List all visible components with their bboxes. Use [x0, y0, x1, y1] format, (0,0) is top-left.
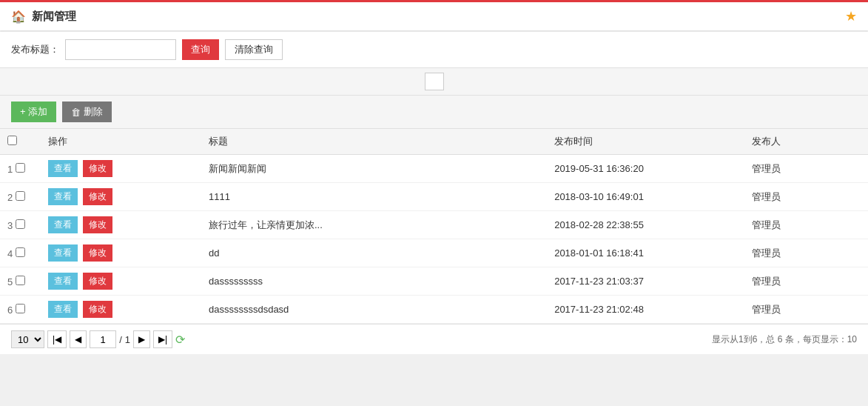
row-checkbox-cell: 5 — [0, 267, 41, 296]
select-all-checkbox[interactable] — [7, 136, 17, 145]
next-page-button[interactable]: ▶ — [133, 330, 150, 348]
delete-button[interactable]: 🗑 删除 — [62, 102, 112, 122]
row-title: dasssssssss — [201, 267, 547, 296]
total-pages: 1 — [125, 334, 130, 345]
table-row: 5 查看 修改 dasssssssss 2017-11-23 21:03:37 … — [0, 267, 868, 296]
row-title: 1111 — [201, 183, 547, 211]
row-checkbox[interactable] — [16, 247, 25, 257]
clear-button[interactable]: 清除查询 — [225, 39, 283, 60]
view-button[interactable]: 查看 — [48, 188, 78, 205]
row-time: 2017-11-23 21:03:37 — [547, 267, 744, 296]
pagination-bar: 10 20 50 |◀ ◀ / 1 ▶ ▶| ⟳ 显示从1到6，总 6 条，每页… — [0, 324, 868, 354]
trash-icon: 🗑 — [71, 107, 81, 118]
search-label: 发布标题： — [11, 43, 59, 56]
row-actions-cell: 查看 修改 — [41, 211, 201, 239]
prev-page-button[interactable]: ◀ — [70, 330, 87, 348]
row-number: 3 — [7, 220, 13, 231]
row-number: 1 — [7, 164, 13, 175]
table-row: 6 查看 修改 dassssssssdsdasd 2017-11-23 21:0… — [0, 296, 868, 324]
page-size-select[interactable]: 10 20 50 — [11, 330, 44, 348]
table-body: 1 查看 修改 新闻新闻新闻 2019-05-31 16:36:20 管理员 2… — [0, 155, 868, 324]
row-checkbox[interactable] — [16, 163, 25, 173]
page-title: 新闻管理 — [32, 10, 76, 24]
table-header-row: 操作 标题 发布时间 发布人 — [0, 129, 868, 155]
edit-button[interactable]: 修改 — [83, 273, 112, 290]
search-bar: 发布标题： 查询 清除查询 — [0, 32, 868, 68]
row-checkbox-cell: 6 — [0, 296, 41, 324]
table-row: 2 查看 修改 1111 2018-03-10 16:49:01 管理员 — [0, 183, 868, 211]
first-page-button[interactable]: |◀ — [47, 330, 67, 348]
edit-button[interactable]: 修改 — [83, 160, 112, 177]
row-actions-cell: 查看 修改 — [41, 155, 201, 183]
view-button[interactable]: 查看 — [48, 160, 78, 177]
view-button[interactable]: 查看 — [48, 216, 78, 233]
row-checkbox-cell: 2 — [0, 183, 41, 211]
edit-button[interactable]: 修改 — [83, 188, 112, 205]
last-page-button[interactable]: ▶| — [153, 330, 172, 348]
row-author: 管理员 — [744, 267, 868, 296]
delete-label: 删除 — [84, 105, 103, 119]
row-title: dassssssssdsdasd — [201, 296, 547, 324]
row-author: 管理员 — [744, 239, 868, 267]
filter-dropdown[interactable] — [425, 73, 444, 90]
header-time: 发布时间 — [547, 129, 744, 155]
header-title: 标题 — [201, 129, 547, 155]
row-actions-cell: 查看 修改 — [41, 267, 201, 296]
current-page-input[interactable] — [90, 330, 116, 348]
row-time: 2019-05-31 16:36:20 — [547, 155, 744, 183]
row-actions-cell: 查看 修改 — [41, 239, 201, 267]
search-input[interactable] — [65, 39, 176, 60]
top-bar: 🏠 新闻管理 ★ — [0, 0, 868, 30]
row-time: 2018-01-01 16:18:41 — [547, 239, 744, 267]
table-row: 3 查看 修改 旅行过年，让亲情更加浓... 2018-02-28 22:38:… — [0, 211, 868, 239]
page-info: 显示从1到6，总 6 条，每页显示：10 — [712, 333, 857, 346]
row-number: 6 — [7, 304, 13, 316]
row-checkbox-cell: 1 — [0, 155, 41, 183]
row-title: 旅行过年，让亲情更加浓... — [201, 211, 547, 239]
filter-row — [0, 68, 868, 96]
header-checkbox-col — [0, 129, 41, 155]
edit-button[interactable]: 修改 — [83, 244, 112, 262]
row-title: dd — [201, 239, 547, 267]
row-checkbox[interactable] — [16, 191, 25, 201]
row-number: 2 — [7, 192, 13, 203]
table-container: 操作 标题 发布时间 发布人 1 查看 修改 新闻新闻新闻 2019-05-31… — [0, 129, 868, 324]
row-checkbox-cell: 3 — [0, 211, 41, 239]
row-time: 2018-02-28 22:38:55 — [547, 211, 744, 239]
table-row: 4 查看 修改 dd 2018-01-01 16:18:41 管理员 — [0, 239, 868, 267]
row-author: 管理员 — [744, 296, 868, 324]
row-actions-cell: 查看 修改 — [41, 296, 201, 324]
row-author: 管理员 — [744, 183, 868, 211]
row-time: 2017-11-23 21:02:48 — [547, 296, 744, 324]
toolbar: + 添加 🗑 删除 — [0, 96, 868, 129]
view-button[interactable]: 查看 — [48, 244, 78, 262]
view-button[interactable]: 查看 — [48, 301, 78, 318]
refresh-icon[interactable]: ⟳ — [175, 333, 185, 347]
star-icon[interactable]: ★ — [845, 8, 857, 24]
row-author: 管理员 — [744, 155, 868, 183]
row-checkbox[interactable] — [16, 276, 25, 285]
header-author: 发布人 — [744, 129, 868, 155]
header-actions: 操作 — [41, 129, 201, 155]
news-table: 操作 标题 发布时间 发布人 1 查看 修改 新闻新闻新闻 2019-05-31… — [0, 129, 868, 324]
home-icon: 🏠 — [11, 10, 26, 24]
page-left: 10 20 50 |◀ ◀ / 1 ▶ ▶| ⟳ — [11, 330, 185, 348]
row-actions-cell: 查看 修改 — [41, 183, 201, 211]
edit-button[interactable]: 修改 — [83, 216, 112, 233]
edit-button[interactable]: 修改 — [83, 301, 112, 318]
add-button[interactable]: + 添加 — [11, 102, 56, 122]
view-button[interactable]: 查看 — [48, 273, 78, 290]
row-checkbox[interactable] — [16, 304, 25, 313]
page-separator: / — [119, 334, 122, 345]
row-author: 管理员 — [744, 211, 868, 239]
table-row: 1 查看 修改 新闻新闻新闻 2019-05-31 16:36:20 管理员 — [0, 155, 868, 183]
top-bar-left: 🏠 新闻管理 — [11, 10, 76, 24]
query-button[interactable]: 查询 — [182, 39, 219, 60]
row-number: 4 — [7, 248, 13, 259]
row-checkbox-cell: 4 — [0, 239, 41, 267]
row-time: 2018-03-10 16:49:01 — [547, 183, 744, 211]
row-title: 新闻新闻新闻 — [201, 155, 547, 183]
row-checkbox[interactable] — [16, 219, 25, 229]
row-number: 5 — [7, 276, 13, 287]
